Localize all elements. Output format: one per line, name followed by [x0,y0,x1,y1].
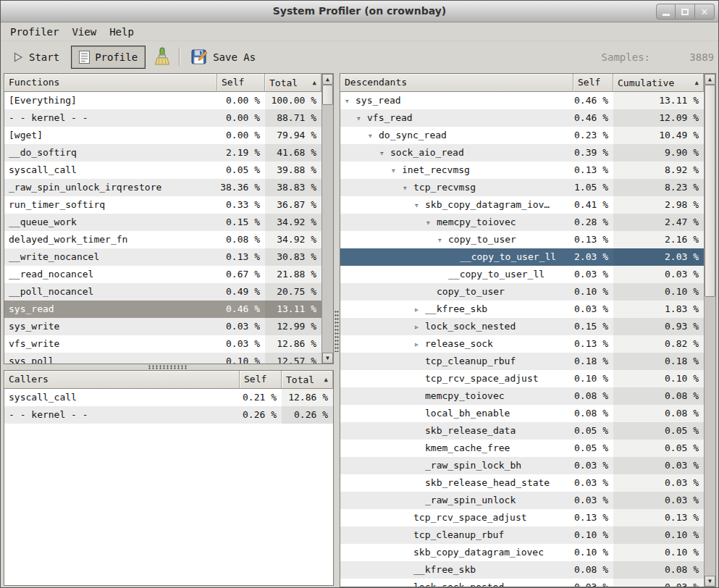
self-percent: 0.46 % [573,109,613,127]
tree-row[interactable]: skb_release_data0.05 %0.05 % [340,422,704,440]
tree-row[interactable]: ▿vfs_read0.46 %12.09 % [340,109,704,127]
tree-row[interactable]: ▿copy_to_user0.13 %2.16 % [340,231,704,248]
title-bar[interactable]: System Profiler (on crownbay) ✕ [1,1,718,22]
functions-scrollbar-thumb[interactable] [322,85,333,105]
save-as-button[interactable]: Save As [187,45,260,69]
expander-open-icon[interactable]: ▿ [437,232,448,248]
start-button[interactable]: Start [8,48,64,67]
total-percent: 34.92 % [265,231,321,248]
reset-button[interactable] [150,43,175,70]
tree-row[interactable]: _raw_spin_lock_bh0.03 %0.03 % [340,457,704,474]
tree-row[interactable]: ▹release_sock0.13 %0.82 % [340,335,704,353]
functions-column-header[interactable]: Functions [4,74,217,92]
minimize-button[interactable] [656,4,676,20]
tree-row[interactable]: _raw_spin_unlock0.03 %0.03 % [340,492,704,509]
function-name: tcp_cleanup_rbuf [425,356,516,366]
table-row[interactable]: sys_write0.03 %12.99 % [4,318,321,335]
tree-row[interactable]: tcp_rcv_space_adjust0.10 %0.10 % [340,370,704,387]
tree-row[interactable]: ▹lock_sock_nested0.15 %0.93 % [340,318,704,335]
expander-open-icon[interactable]: ▿ [368,127,379,144]
cumulative-column-header[interactable]: Cumulative ▲ [613,74,704,92]
expander-open-icon[interactable]: ▿ [414,197,425,214]
close-button[interactable]: ✕ [695,4,715,20]
tree-row[interactable]: ▿tcp_recvmsg1.05 %8.23 % [340,179,704,196]
table-row[interactable]: __write_nocancel0.13 %30.83 % [4,248,321,266]
tree-name-cell: skb_release_head_state [340,474,573,492]
descendants-scrollbar[interactable]: ▲ ▼ [704,74,715,587]
expander-open-icon[interactable]: ▿ [379,145,390,161]
scroll-down-icon[interactable]: ▼ [705,576,715,587]
descendants-column-header[interactable]: Descendants [340,74,573,92]
menu-profiler[interactable]: Profiler [4,25,65,39]
table-row[interactable]: vfs_write0.03 %12.86 % [4,335,321,353]
tree-row[interactable]: ▹__kfree_skb0.03 %1.83 % [340,301,704,318]
callers-column-header[interactable]: Callers [4,371,240,389]
table-row[interactable]: syscall_call0.21 %12.86 % [4,389,333,406]
tree-row[interactable]: tcp_cleanup_rbuf0.10 %0.10 % [340,526,704,544]
expander-closed-icon[interactable]: ▹ [414,301,425,318]
scroll-up-icon[interactable]: ▲ [322,74,333,85]
tree-row[interactable]: ▿sys_read0.46 %13.11 % [340,92,704,109]
table-row[interactable]: _raw_spin_unlock_irqrestore38.36 %38.83 … [4,179,321,196]
table-row[interactable]: sys_poll0.10 %12.57 % [4,353,321,364]
total-column-header[interactable]: Total ▲ [282,371,333,389]
menu-view[interactable]: View [65,25,103,39]
tree-row[interactable]: ▿memcpy_toiovec0.28 %2.47 % [340,214,704,231]
expander-closed-icon[interactable]: ▹ [414,319,425,335]
function-name: __do_softirq [4,144,217,161]
table-row[interactable]: __read_nocancel0.67 %21.88 % [4,266,321,283]
tree-row[interactable]: ▿do_sync_read0.23 %10.49 % [340,127,704,144]
expander-open-icon[interactable]: ▿ [356,110,367,127]
tree-row[interactable]: local_bh_enable0.08 %0.08 % [340,405,704,422]
table-row[interactable]: - - kernel - -0.00 %88.71 % [4,109,321,127]
table-row[interactable]: __do_softirq2.19 %41.68 % [4,144,321,161]
tree-row[interactable]: __copy_to_user_ll2.03 %2.03 % [340,248,704,266]
table-row[interactable]: sys_read0.46 %13.11 % [4,301,321,318]
tree-row[interactable]: copy_to_user0.10 %0.10 % [340,283,704,301]
expander-open-icon[interactable]: ▿ [345,93,356,109]
table-row[interactable]: [wget]0.00 %79.94 % [4,127,321,144]
tree-row[interactable]: tcp_rcv_space_adjust0.13 %0.13 % [340,509,704,526]
tree-name-cell: ▿skb_copy_datagram_iov… [340,196,573,214]
cumulative-percent: 10.49 % [613,127,704,144]
table-row[interactable]: run_timer_softirq0.33 %36.87 % [4,196,321,214]
tree-row[interactable]: ▿sock_aio_read0.39 %9.90 % [340,144,704,161]
table-row[interactable]: __poll_nocancel0.49 %20.75 % [4,283,321,301]
tree-row[interactable]: memcpy_toiovec0.08 %0.08 % [340,387,704,405]
horizontal-splitter-handle[interactable] [148,365,187,369]
table-row[interactable]: delayed_work_timer_fn0.08 %34.92 % [4,231,321,248]
tree-row[interactable]: ▿inet_recvmsg0.13 %8.92 % [340,161,704,179]
tree-row[interactable]: ▿skb_copy_datagram_iov…0.41 %2.98 % [340,196,704,214]
menu-help[interactable]: Help [103,25,140,39]
tree-row[interactable]: lock_sock_nested0.03 %0.03 % [340,579,704,587]
tree-row[interactable]: kmem_cache_free0.05 %0.05 % [340,440,704,457]
expander-open-icon[interactable]: ▿ [391,162,402,179]
scroll-up-icon[interactable]: ▲ [705,74,715,85]
table-row[interactable]: [Everything]0.00 %100.00 % [4,92,321,109]
tree-row[interactable]: __copy_to_user_ll0.03 %0.03 % [340,266,704,283]
samples-value: 3889 [670,51,714,63]
descendants-scrollbar-thumb[interactable] [705,85,715,297]
vertical-splitter-handle[interactable] [335,310,339,352]
self-column-header[interactable]: Self [573,74,613,92]
expander-closed-icon[interactable]: ▹ [414,336,425,353]
functions-scrollbar[interactable]: ▲ ▼ [321,74,333,364]
self-column-header[interactable]: Self [240,371,282,389]
table-row[interactable]: - - kernel - -0.26 %0.26 % [4,406,333,424]
tree-row[interactable]: skb_copy_datagram_iovec0.10 %0.10 % [340,544,704,561]
function-name: _raw_spin_lock_bh [425,460,521,471]
scroll-down-icon[interactable]: ▼ [322,353,333,364]
tree-row[interactable]: skb_release_head_state0.03 %0.03 % [340,474,704,492]
tree-row[interactable]: tcp_cleanup_rbuf0.18 %0.18 % [340,353,704,370]
self-column-header[interactable]: Self [217,74,265,92]
tree-row[interactable]: __kfree_skb0.08 %0.08 % [340,561,704,579]
profile-toggle-button[interactable]: Profile [71,46,146,69]
table-row[interactable]: syscall_call0.05 %39.88 % [4,161,321,179]
expander-open-icon[interactable]: ▿ [403,180,413,196]
maximize-button[interactable] [676,4,695,20]
self-percent: 0.00 % [217,92,265,109]
expander-open-icon[interactable]: ▿ [426,214,437,231]
cumulative-percent: 0.03 % [613,474,704,492]
table-row[interactable]: __queue_work0.15 %34.92 % [4,214,321,231]
total-column-header[interactable]: Total ▲ [265,74,321,92]
